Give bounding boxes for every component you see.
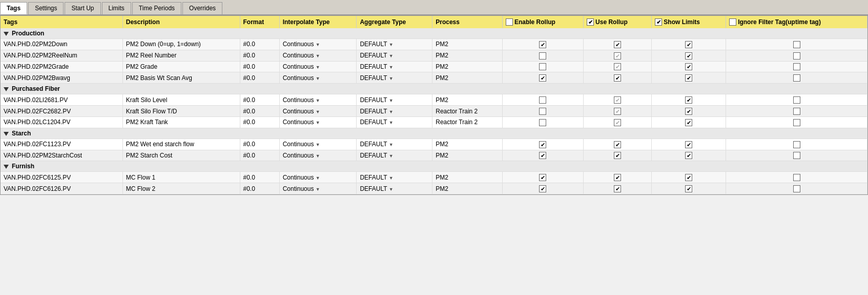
ignoreFilter-cell[interactable] xyxy=(726,94,867,106)
checkbox[interactable] xyxy=(614,152,621,159)
checkbox[interactable] xyxy=(793,41,800,48)
ignoreFilter-cell[interactable] xyxy=(726,150,867,161)
tab-timeperiods[interactable]: Time Periods xyxy=(132,2,181,14)
useRollup-cell[interactable] xyxy=(584,183,652,194)
enableRollup-cell[interactable] xyxy=(502,72,583,84)
ignoreFilter-cell[interactable] xyxy=(726,183,867,194)
checkbox[interactable] xyxy=(614,96,621,104)
enableRollup-cell[interactable] xyxy=(502,61,583,72)
ignoreFilter-cell[interactable] xyxy=(726,61,867,72)
checkbox[interactable] xyxy=(539,96,546,104)
checkbox[interactable] xyxy=(793,119,800,126)
checkbox[interactable] xyxy=(685,108,692,115)
enableRollup-cell[interactable] xyxy=(502,94,583,106)
checkbox[interactable] xyxy=(539,141,546,148)
useRollup-cell[interactable] xyxy=(584,94,652,106)
checkbox[interactable] xyxy=(539,152,546,159)
enable-rollup-header-checkbox[interactable] xyxy=(506,18,513,26)
checkbox[interactable] xyxy=(793,108,800,115)
ignoreFilter-cell[interactable] xyxy=(726,50,867,61)
enableRollup-cell[interactable] xyxy=(502,139,583,150)
group-label[interactable]: Furnish xyxy=(1,161,867,172)
col-header-show-limits[interactable]: Show Limits xyxy=(652,16,726,28)
checkbox[interactable] xyxy=(614,185,621,192)
useRollup-cell[interactable] xyxy=(584,39,652,50)
checkbox[interactable] xyxy=(539,108,546,115)
useRollup-cell[interactable] xyxy=(584,139,652,150)
showLimits-cell[interactable] xyxy=(652,50,726,61)
group-label[interactable]: Starch xyxy=(1,128,867,139)
ignoreFilter-cell[interactable] xyxy=(726,139,867,150)
checkbox[interactable] xyxy=(614,63,621,70)
showLimits-cell[interactable] xyxy=(652,116,726,128)
showLimits-cell[interactable] xyxy=(652,172,726,183)
showLimits-cell[interactable] xyxy=(652,72,726,84)
checkbox[interactable] xyxy=(793,52,800,60)
enableRollup-cell[interactable] xyxy=(502,172,583,183)
checkbox[interactable] xyxy=(793,141,800,148)
checkbox[interactable] xyxy=(614,141,621,148)
col-header-enable-rollup[interactable]: Enable Rollup xyxy=(502,16,583,28)
checkbox[interactable] xyxy=(539,185,546,192)
checkbox[interactable] xyxy=(685,96,692,104)
checkbox[interactable] xyxy=(685,141,692,148)
useRollup-cell[interactable] xyxy=(584,50,652,61)
showLimits-cell[interactable] xyxy=(652,61,726,72)
useRollup-cell[interactable] xyxy=(584,106,652,117)
showLimits-cell[interactable] xyxy=(652,106,726,117)
ignoreFilter-cell[interactable] xyxy=(726,106,867,117)
ignoreFilter-cell[interactable] xyxy=(726,116,867,128)
checkbox[interactable] xyxy=(685,63,692,70)
checkbox[interactable] xyxy=(685,52,692,60)
useRollup-cell[interactable] xyxy=(584,172,652,183)
tab-limits[interactable]: Limits xyxy=(102,2,131,14)
checkbox[interactable] xyxy=(685,185,692,192)
useRollup-cell[interactable] xyxy=(584,150,652,161)
checkbox[interactable] xyxy=(685,41,692,48)
use-rollup-header-checkbox[interactable] xyxy=(587,18,594,26)
enableRollup-cell[interactable] xyxy=(502,39,583,50)
enableRollup-cell[interactable] xyxy=(502,50,583,61)
checkbox[interactable] xyxy=(685,119,692,126)
showLimits-cell[interactable] xyxy=(652,94,726,106)
useRollup-cell[interactable] xyxy=(584,61,652,72)
col-header-ignore-filter[interactable]: Ignore Filter Tag(uptime tag) xyxy=(726,16,867,28)
useRollup-cell[interactable] xyxy=(584,72,652,84)
checkbox[interactable] xyxy=(793,63,800,70)
checkbox[interactable] xyxy=(614,74,621,82)
useRollup-cell[interactable] xyxy=(584,116,652,128)
checkbox[interactable] xyxy=(793,152,800,159)
checkbox[interactable] xyxy=(539,74,546,82)
checkbox[interactable] xyxy=(793,96,800,104)
checkbox[interactable] xyxy=(614,41,621,48)
checkbox[interactable] xyxy=(539,41,546,48)
checkbox[interactable] xyxy=(793,185,800,192)
checkbox[interactable] xyxy=(614,119,621,126)
checkbox[interactable] xyxy=(539,63,546,70)
show-limits-header-checkbox[interactable] xyxy=(655,18,662,26)
checkbox[interactable] xyxy=(685,74,692,82)
checkbox[interactable] xyxy=(614,52,621,60)
tab-startup[interactable]: Start Up xyxy=(65,2,100,14)
col-header-use-rollup[interactable]: Use Rollup xyxy=(584,16,652,28)
showLimits-cell[interactable] xyxy=(652,150,726,161)
showLimits-cell[interactable] xyxy=(652,139,726,150)
checkbox[interactable] xyxy=(539,119,546,126)
tab-overrides[interactable]: Overrides xyxy=(182,2,222,14)
group-label[interactable]: Purchased Fiber xyxy=(1,84,867,94)
checkbox[interactable] xyxy=(793,174,800,181)
enableRollup-cell[interactable] xyxy=(502,183,583,194)
checkbox[interactable] xyxy=(539,174,546,181)
checkbox[interactable] xyxy=(614,108,621,115)
enableRollup-cell[interactable] xyxy=(502,150,583,161)
checkbox[interactable] xyxy=(539,52,546,60)
ignoreFilter-cell[interactable] xyxy=(726,172,867,183)
ignoreFilter-cell[interactable] xyxy=(726,39,867,50)
checkbox[interactable] xyxy=(614,174,621,181)
showLimits-cell[interactable] xyxy=(652,39,726,50)
tab-settings[interactable]: Settings xyxy=(28,2,64,14)
ignoreFilter-cell[interactable] xyxy=(726,72,867,84)
checkbox[interactable] xyxy=(685,174,692,181)
showLimits-cell[interactable] xyxy=(652,183,726,194)
group-label[interactable]: Production xyxy=(1,28,867,39)
